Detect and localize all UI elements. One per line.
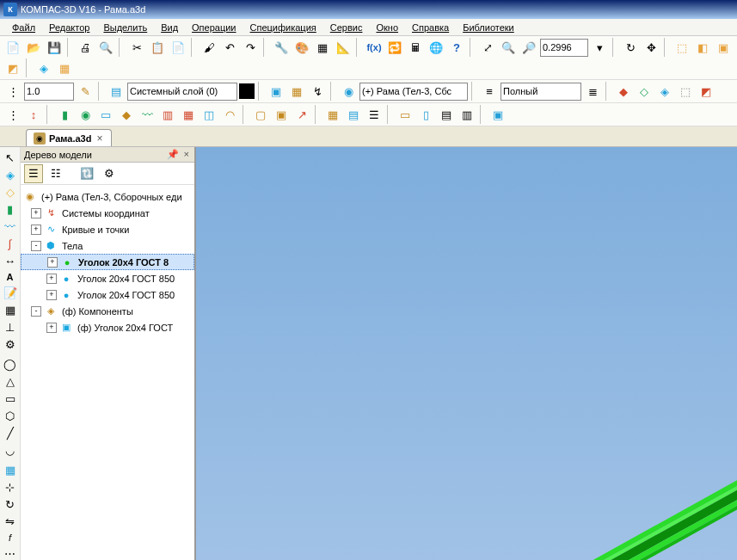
globe-icon[interactable]: 🌐 <box>427 38 445 57</box>
sketch-icon[interactable]: 📐 <box>334 38 353 57</box>
lt-misc-icon[interactable]: ⋯ <box>2 546 19 560</box>
help-icon[interactable]: ? <box>447 38 466 57</box>
cube-icon[interactable]: ▦ <box>313 38 332 57</box>
tree-node-body-1[interactable]: + ● Уголок 20x4 ГОСТ 8 <box>21 254 194 270</box>
copy-icon[interactable]: 📋 <box>148 38 167 57</box>
menu-edit[interactable]: Редактор <box>42 21 96 34</box>
assembly-icon[interactable]: ▦ <box>287 82 306 101</box>
collapse-icon[interactable]: - <box>31 306 41 317</box>
lt-mirror-icon[interactable]: ⇋ <box>2 514 19 529</box>
lt-note-icon[interactable]: 📝 <box>2 286 19 300</box>
component-combo[interactable] <box>359 83 468 101</box>
lt-fx-icon[interactable]: f <box>2 532 19 544</box>
grip2-icon[interactable]: ⋮ <box>3 105 22 124</box>
op-pattern1-icon[interactable]: ▥ <box>158 105 177 124</box>
menu-window[interactable]: Окно <box>369 21 405 34</box>
tree-mode1-icon[interactable]: ☰ <box>24 164 43 183</box>
lt-surf-icon[interactable]: 〰 <box>2 219 19 234</box>
op-sweep-icon[interactable]: 〰 <box>138 105 157 124</box>
lt-const-icon[interactable]: ⊥ <box>2 320 19 335</box>
part-icon[interactable]: ▣ <box>267 82 286 101</box>
menu-select[interactable]: Выделить <box>96 21 154 34</box>
op-arrow-icon[interactable]: ↗ <box>292 105 311 124</box>
dropdown-icon[interactable]: ▾ <box>590 38 609 57</box>
layer-stack-icon[interactable]: ▤ <box>107 82 126 101</box>
csys-icon[interactable]: ↯ <box>308 82 327 101</box>
grip-icon[interactable]: ⋮ <box>3 82 22 101</box>
displaymode-icon[interactable]: ≡ <box>480 82 499 101</box>
lt-cursor-icon[interactable]: ↖ <box>2 151 19 165</box>
lt-draw3-icon[interactable]: ▭ <box>2 391 19 406</box>
document-tab[interactable]: ◉ Рама.a3d × <box>26 129 112 146</box>
op-box1-icon[interactable]: ▢ <box>251 105 270 124</box>
expand-icon[interactable]: + <box>46 323 57 333</box>
op-sheet2-icon[interactable]: ▯ <box>416 105 435 124</box>
menu-view[interactable]: Вид <box>154 21 185 34</box>
lt-plane-icon[interactable]: ◇ <box>2 185 19 200</box>
fx-icon[interactable]: f(x) <box>365 38 384 57</box>
op-sheet1-icon[interactable]: ▭ <box>396 105 415 124</box>
viewport-3d[interactable] <box>196 147 737 560</box>
menu-spec[interactable]: Спецификация <box>243 21 323 34</box>
tree-node-curves[interactable]: + ∿ Кривые и точки <box>21 221 194 237</box>
section-icon[interactable]: ▦ <box>55 58 74 77</box>
tree-refresh-icon[interactable]: 🔃 <box>77 164 96 183</box>
op-revolve-icon[interactable]: ◉ <box>76 105 95 124</box>
zoom-input[interactable] <box>540 39 588 57</box>
tree-node-body-2[interactable]: + ● Уголок 20x4 ГОСТ 850 <box>21 270 194 286</box>
op-pattern2-icon[interactable]: ▦ <box>179 105 198 124</box>
lt-draw1-icon[interactable]: ◯ <box>2 357 19 372</box>
expand-icon[interactable]: + <box>31 208 41 218</box>
shade-solid-icon[interactable]: ◧ <box>693 38 712 57</box>
lt-grid-icon[interactable]: ▦ <box>2 463 19 477</box>
lt-snap-icon[interactable]: ⊹ <box>2 480 19 495</box>
tree-node-component-1[interactable]: + ▣ (ф) Уголок 20x4 ГОСТ <box>21 319 194 335</box>
rebuild-icon[interactable]: 🔁 <box>385 38 404 57</box>
zoom-fit-icon[interactable]: ⤢ <box>478 38 497 57</box>
op-axis-icon[interactable]: ↕ <box>24 105 43 124</box>
undo-icon[interactable]: ↶ <box>220 38 239 57</box>
zoom-in-icon[interactable]: 🔍 <box>499 38 518 57</box>
lt-arc-icon[interactable]: ◡ <box>2 443 19 458</box>
tab-close-icon[interactable]: × <box>95 132 104 145</box>
lt-param-icon[interactable]: ⚙ <box>2 337 19 352</box>
save-icon[interactable]: 💾 <box>45 38 64 57</box>
op-list-icon[interactable]: ☰ <box>365 105 384 124</box>
tree-node-components[interactable]: - ◈ (ф) Компоненты <box>21 303 194 319</box>
menu-operations[interactable]: Операции <box>185 21 243 34</box>
displaymode-combo[interactable] <box>501 83 581 101</box>
scale-combo[interactable] <box>24 83 74 101</box>
toolbox-icon[interactable]: 🎨 <box>292 38 311 57</box>
redo-icon[interactable]: ↷ <box>241 38 260 57</box>
color-swatch[interactable] <box>239 83 255 99</box>
expand-icon[interactable]: + <box>46 290 57 300</box>
model-tool5-icon[interactable]: ◩ <box>697 82 716 101</box>
op-box2-icon[interactable]: ▣ <box>272 105 291 124</box>
menu-service[interactable]: Сервис <box>323 21 370 34</box>
model-tool4-icon[interactable]: ⬚ <box>676 82 695 101</box>
model-tool3-icon[interactable]: ◈ <box>655 82 674 101</box>
lt-dim-icon[interactable]: ↔ <box>2 254 19 268</box>
rotate-icon[interactable]: ↻ <box>621 38 640 57</box>
op-grid1-icon[interactable]: ▦ <box>323 105 342 124</box>
tree-node-body-3[interactable]: + ● Уголок 20x4 ГОСТ 850 <box>21 286 194 303</box>
op-mirror-icon[interactable]: ◫ <box>200 105 218 124</box>
model-tool2-icon[interactable]: ◇ <box>635 82 654 101</box>
tree-node-bodies[interactable]: - ⬢ Тела <box>21 237 194 254</box>
tree-root[interactable]: ◉ (+) Рама (Тел-3, Сборочных еди <box>21 188 194 205</box>
tree-node-coords[interactable]: + ↯ Системы координат <box>21 205 194 221</box>
op-cut-icon[interactable]: ▭ <box>96 105 115 124</box>
component-icon[interactable]: ◉ <box>339 82 358 101</box>
calc-icon[interactable]: 🖩 <box>406 38 425 57</box>
lt-draw4-icon[interactable]: ⬡ <box>2 409 19 423</box>
lt-line-icon[interactable]: ╱ <box>2 426 19 440</box>
shade-wire-icon[interactable]: ⬚ <box>673 38 691 57</box>
persp-icon[interactable]: ◈ <box>34 58 53 77</box>
cut-icon[interactable]: ✂ <box>127 38 146 57</box>
tool-icon[interactable]: 🔧 <box>272 38 291 57</box>
filter-icon[interactable]: ≣ <box>583 82 602 101</box>
lt-cube-icon[interactable]: ◈ <box>2 168 19 182</box>
op-loft-icon[interactable]: ◆ <box>117 105 136 124</box>
collapse-icon[interactable]: - <box>31 241 41 251</box>
lt-rotate-icon[interactable]: ↻ <box>2 497 19 512</box>
